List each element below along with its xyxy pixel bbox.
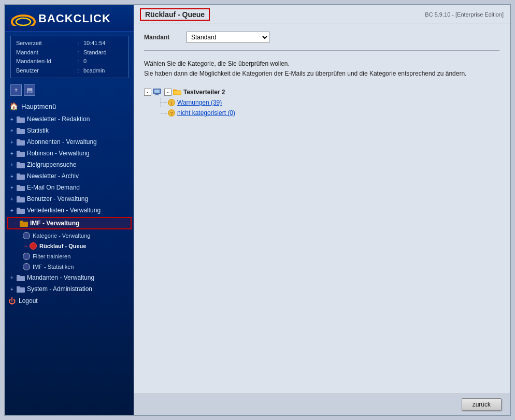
sidebar-item-hauptmenu[interactable]: 🏠 Hauptmenü [5, 99, 134, 113]
instruction-line2: Sie haben dann die Möglichkeit die Kateg… [144, 69, 499, 79]
computer-icon [153, 88, 161, 96]
svg-rect-28 [155, 94, 159, 95]
mandant-select[interactable]: Standard [187, 32, 269, 43]
tree-toggle[interactable]: - [144, 89, 151, 96]
tree-root-label: Testverteiler 2 [183, 89, 225, 96]
back-button[interactable]: zurück [462, 398, 502, 411]
leaf-icon-nicht-kategorisiert: ? [168, 109, 175, 117]
mandant-row: Mandant Standard [144, 32, 499, 43]
sidebar-item-benutzer-verwaltung[interactable]: + Benutzer - Verwaltung [5, 193, 134, 205]
expand-icon: + [8, 207, 16, 214]
sidebar-item-rucklauf-queue[interactable]: → Rücklauf - Queue [20, 241, 134, 251]
svg-point-0 [12, 16, 35, 26]
folder-open-icon [173, 88, 181, 96]
collapse-all-button[interactable]: ▤ [24, 84, 35, 96]
imf-verwaltung-label: IMF - Verwaltung [30, 220, 79, 227]
sidebar-item-kategorie-verwaltung[interactable]: Kategorie - Verwaltung [20, 230, 134, 241]
expand-icon: + [8, 274, 16, 281]
expand-icon: + [8, 285, 16, 293]
sidebar-item-robinson-verwaltung[interactable]: + Robinson - Verwaltung [5, 148, 134, 159]
mandant-colon: : [76, 48, 82, 57]
bullet-icon [23, 253, 30, 260]
expand-icon: + [8, 161, 16, 168]
sidebar-item-system-administration[interactable]: + System - Administration [5, 283, 134, 295]
tree-child-warnungen: ! Warnungen (39) [156, 97, 499, 108]
tree-toggle-child[interactable]: - [164, 89, 171, 96]
sidebar-item-newsletter-archiv[interactable]: + Newsletter - Archiv [5, 170, 134, 182]
mandanten-id-colon: : [76, 57, 82, 66]
nav-section: 🏠 Hauptmenü + Newsletter - Redaktion + [5, 98, 134, 415]
sidebar-item-mandanten-verwaltung[interactable]: + Mandanten - Verwaltung [5, 272, 134, 283]
folder-icon [17, 184, 25, 191]
folder-icon [17, 195, 25, 202]
home-icon: 🏠 [9, 102, 18, 110]
sidebar-item-newsletter-redaktion[interactable]: + Newsletter - Redaktion [5, 113, 134, 125]
tree-connector [156, 98, 167, 107]
content-body: Mandant Standard Wählen Sie die Kategori… [134, 23, 510, 394]
svg-rect-23 [17, 275, 20, 277]
nicht-kategorisiert-link[interactable]: nicht kategorisiert (0) [177, 109, 235, 117]
svg-rect-11 [17, 162, 20, 164]
logo-text: BACKCLICK [38, 12, 111, 25]
logout-icon: ⏻ [8, 297, 16, 305]
logo-area: BACKCLICK [5, 5, 134, 32]
expand-icon: + [8, 150, 16, 157]
nav-label: Abonnenten - Verwaltung [27, 138, 97, 146]
mandant-value: Standard [82, 48, 124, 57]
nav-label: Robinson - Verwaltung [27, 150, 90, 157]
folder-icon [17, 161, 25, 168]
sidebar-item-statistik[interactable]: + Statistik [5, 125, 134, 136]
subnav-label: IMF - Statistiken [33, 264, 74, 270]
svg-rect-13 [17, 173, 20, 176]
sidebar-item-email-on-demand[interactable]: + E-Mail On Demand [5, 182, 134, 193]
sidebar-item-zielgruppensuche[interactable]: + Zielgruppensuche [5, 159, 134, 170]
tree-root-row: - - [144, 87, 499, 97]
mandanten-id-value: 0 [82, 57, 124, 66]
sidebar-item-abonnenten-verwaltung[interactable]: + Abonnenten - Verwaltung [5, 136, 134, 148]
expand-all-button[interactable]: + [10, 84, 22, 96]
sidebar-item-imf-verwaltung[interactable]: - IMF - Verwaltung [7, 217, 132, 229]
bullet-icon [23, 263, 30, 270]
subnav-label: Kategorie - Verwaltung [33, 233, 90, 239]
bullet-icon [23, 232, 30, 239]
nav-label: Zielgruppensuche [27, 161, 76, 168]
leaf-icon-warnungen: ! [168, 99, 175, 106]
serverzeit-value: 10:41:54 [82, 39, 124, 48]
sidebar-item-verteilerlisten-verwaltung[interactable]: + Verteilerlisten - Verwaltung [5, 205, 134, 216]
svg-text:?: ? [170, 111, 173, 116]
imf-subnav: Kategorie - Verwaltung → Rücklauf - Queu… [5, 230, 134, 272]
sidebar-item-logout[interactable]: ⏻ Logout [5, 295, 134, 307]
folder-icon [17, 274, 25, 281]
expand-icon: + [8, 172, 16, 180]
svg-rect-21 [20, 221, 23, 223]
logo-arc-icon [10, 11, 36, 26]
folder-icon [17, 207, 25, 214]
content-area: Rücklauf - Queue BC 5.9.10 - [Enterprise… [134, 5, 510, 415]
mandanten-id-label: Mandanten-Id [15, 57, 76, 66]
svg-rect-3 [17, 117, 20, 119]
svg-rect-19 [17, 208, 20, 210]
svg-rect-15 [17, 185, 20, 187]
svg-text:!: ! [171, 100, 173, 106]
nav-label: E-Mail On Demand [27, 184, 80, 191]
svg-rect-9 [17, 151, 20, 153]
nav-label: Benutzer - Verwaltung [27, 195, 88, 202]
svg-point-1 [16, 18, 31, 25]
instruction-text: Wählen Sie die Kategorie, die Sie überpr… [144, 59, 499, 79]
sidebar-item-imf-statistiken[interactable]: IMF - Statistiken [20, 262, 134, 272]
sidebar-item-filter-trainieren[interactable]: Filter trainieren [20, 251, 134, 262]
serverzeit-label: Serverzeit [15, 39, 76, 48]
folder-icon [17, 115, 25, 123]
expand-icon: - [11, 220, 19, 227]
subnav-label: Rücklauf - Queue [39, 243, 86, 249]
svg-rect-25 [17, 286, 20, 288]
sidebar: BACKCLICK Serverzeit : 10:41:54 Mandant … [5, 5, 134, 415]
tree-connector [156, 109, 167, 117]
server-info-panel: Serverzeit : 10:41:54 Mandant : Standard… [10, 36, 128, 78]
tree-area: - - [144, 87, 499, 118]
logout-label: Logout [19, 297, 38, 305]
expand-icon: + [8, 138, 16, 146]
tree-children: ! Warnungen (39) [156, 97, 499, 118]
svg-rect-5 [17, 128, 20, 130]
warnungen-link[interactable]: Warnungen (39) [177, 99, 222, 106]
